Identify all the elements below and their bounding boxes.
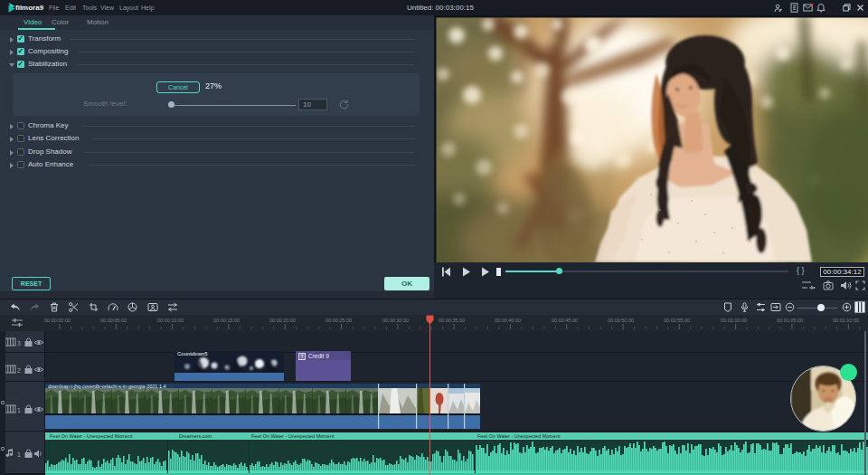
svg-text:1: 1 — [17, 407, 21, 413]
svg-text:3: 3 — [17, 340, 21, 347]
svg-text:1: 1 — [17, 451, 21, 458]
svg-text:2: 2 — [17, 367, 21, 374]
